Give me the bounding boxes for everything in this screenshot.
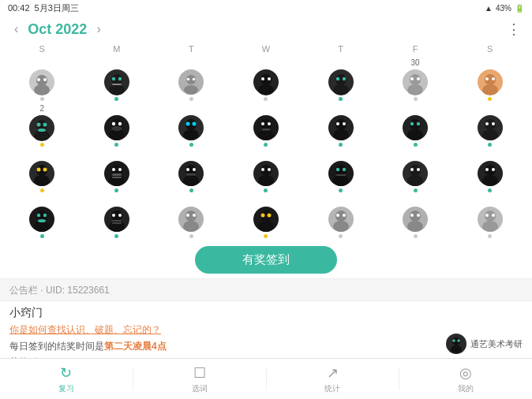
- more-options-button[interactable]: ⋮: [507, 21, 521, 38]
- svg-point-138: [333, 221, 349, 232]
- cal-cell-r2c7[interactable]: [452, 103, 527, 148]
- svg-point-47: [112, 127, 122, 131]
- svg-point-20: [268, 77, 271, 80]
- avatar-r1c5: [328, 69, 354, 95]
- avatar-r4c3: [178, 206, 204, 233]
- nav-item-stats[interactable]: ↗ 统计: [267, 364, 399, 394]
- avatar-r1c1: [28, 69, 55, 95]
- svg-point-150: [492, 214, 495, 217]
- svg-point-89: [186, 168, 189, 171]
- cal-cell-r1c6[interactable]: 30: [378, 57, 453, 103]
- svg-point-112: [492, 168, 495, 171]
- svg-point-33: [482, 84, 498, 95]
- svg-point-90: [193, 168, 196, 171]
- cal-cell-r1c1[interactable]: [5, 57, 80, 103]
- svg-point-106: [410, 168, 414, 171]
- svg-point-56: [261, 122, 264, 125]
- svg-rect-85: [112, 177, 122, 178]
- svg-point-139: [336, 214, 339, 217]
- svg-point-100: [335, 168, 339, 171]
- svg-point-38: [34, 130, 50, 141]
- nav-item-select[interactable]: ☐ 选词: [133, 364, 266, 394]
- avatar-r4c7: [477, 206, 504, 233]
- svg-point-149: [485, 214, 489, 217]
- svg-point-46: [118, 122, 122, 125]
- svg-point-155: [457, 339, 460, 342]
- svg-rect-102: [336, 174, 346, 176]
- svg-point-134: [260, 214, 264, 218]
- svg-point-13: [184, 85, 198, 95]
- cal-cell-r4c7[interactable]: [452, 194, 527, 240]
- signin-button-wrap: 有奖签到: [0, 240, 532, 278]
- svg-point-40: [43, 123, 47, 127]
- status-time: 00:42: [8, 3, 30, 13]
- nav-item-mine[interactable]: ◎ 我的: [399, 364, 532, 394]
- svg-point-28: [407, 84, 423, 95]
- cal-cell-r3c7[interactable]: [452, 148, 527, 194]
- svg-point-57: [268, 122, 271, 125]
- signin-button[interactable]: 有奖签到: [195, 246, 337, 274]
- nav-item-review[interactable]: ↻ 复习: [0, 364, 133, 394]
- cal-cell-r3c4[interactable]: [229, 148, 304, 194]
- cal-cell-r2c6[interactable]: [378, 103, 453, 148]
- svg-point-105: [407, 175, 423, 186]
- cal-cell-r3c1[interactable]: [5, 148, 80, 194]
- cal-row-4: [5, 194, 527, 240]
- weekday-sun: S: [5, 43, 80, 55]
- nav-label-select: 选词: [192, 383, 208, 394]
- svg-rect-84: [112, 173, 122, 176]
- svg-point-7: [109, 84, 125, 95]
- weekday-mon: M: [80, 43, 155, 55]
- cal-cell-r4c1[interactable]: [5, 194, 80, 240]
- brand-logo-icon: [445, 333, 467, 355]
- svg-point-110: [482, 175, 498, 186]
- bottom-nav: ↻ 复习 ☐ 选词 ↗ 统计 ◎ 我的: [0, 358, 532, 399]
- status-bar: 00:42 5月3日周三 ▲ 43% 🔋: [0, 0, 532, 16]
- svg-point-63: [343, 122, 346, 125]
- svg-point-72: [485, 122, 489, 125]
- cal-cell-r2c5[interactable]: [303, 103, 378, 148]
- svg-point-44: [109, 129, 125, 140]
- cal-cell-r1c2[interactable]: [80, 57, 155, 103]
- cal-cell-r3c5[interactable]: [303, 148, 378, 194]
- shop-text-bold: 第二天凌晨4点: [104, 341, 167, 352]
- review-icon: ↻: [60, 364, 72, 382]
- next-month-button[interactable]: ›: [93, 21, 103, 38]
- battery-icon: 🔋: [515, 4, 524, 13]
- avatar-r3c4: [253, 160, 279, 187]
- svg-point-29: [410, 77, 414, 80]
- cal-cell-r3c3[interactable]: [154, 148, 229, 194]
- cal-cell-r4c6[interactable]: [378, 194, 453, 240]
- cal-cell-r2c3[interactable]: [154, 103, 229, 148]
- prev-month-button[interactable]: ‹: [11, 21, 21, 38]
- cal-cell-r1c3[interactable]: [154, 57, 229, 103]
- brand-name: 通艺美术考研: [470, 338, 523, 349]
- svg-point-122: [112, 214, 115, 217]
- avatar-r1c6: [402, 69, 429, 95]
- svg-point-101: [342, 168, 345, 171]
- cal-cell-r1c7[interactable]: [452, 57, 527, 103]
- cal-cell-r2c1[interactable]: 2: [5, 103, 80, 148]
- avatar-r4c5: [328, 206, 354, 233]
- cal-cell-r3c2[interactable]: [80, 148, 155, 194]
- cal-cell-r4c2[interactable]: [80, 194, 155, 240]
- nav-label-stats: 统计: [324, 383, 340, 394]
- main-content: ‹ Oct 2022 › ⋮ S M T W T F S: [0, 16, 532, 358]
- cal-cell-r1c4[interactable]: [229, 57, 304, 103]
- status-right: ▲ 43% 🔋: [485, 4, 524, 13]
- calendar-header: ‹ Oct 2022 › ⋮: [0, 16, 532, 43]
- cal-cell-r3c6[interactable]: [378, 148, 453, 194]
- svg-point-88: [183, 175, 199, 186]
- cal-cell-r4c5[interactable]: [303, 194, 378, 240]
- nav-label-mine: 我的: [458, 383, 474, 394]
- cal-cell-r4c3[interactable]: [154, 194, 229, 240]
- cal-cell-r1c5[interactable]: [303, 57, 378, 103]
- avatar-r3c6: [402, 160, 429, 187]
- svg-point-130: [193, 214, 196, 217]
- cal-cell-r4c4[interactable]: [229, 194, 304, 240]
- cal-cell-r2c2[interactable]: [80, 103, 155, 148]
- cal-cell-r2c4[interactable]: [229, 103, 304, 148]
- weekday-headers: S M T W T F S: [5, 43, 527, 55]
- svg-point-82: [112, 168, 115, 171]
- avatar-r3c3: [178, 160, 204, 187]
